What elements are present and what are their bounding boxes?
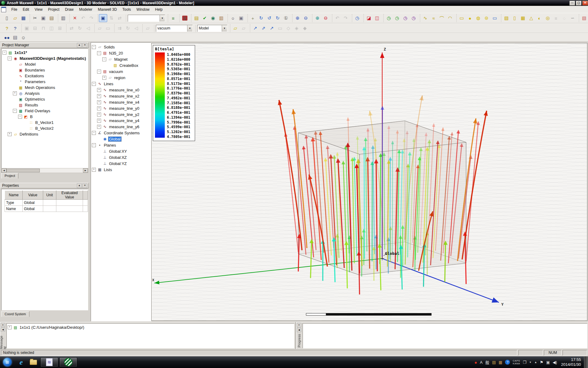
- tree-item-b[interactable]: −◩B: [2, 114, 88, 120]
- orient-iso-icon[interactable]: ◷: [353, 14, 361, 22]
- tree-item-planes[interactable]: −▪Planes: [92, 142, 151, 148]
- analyze-all-icon[interactable]: Q: [181, 14, 189, 22]
- tray-help-icon[interactable]: ?: [505, 360, 510, 365]
- collapse-icon[interactable]: ▲: [77, 43, 82, 48]
- local-machine-icon[interactable]: ▣: [99, 14, 107, 22]
- user-options-icon[interactable]: ☺: [19, 33, 28, 41]
- orient-delete-all-icon[interactable]: ◫: [373, 14, 381, 22]
- tree-item-solids[interactable]: −▱Solids: [92, 44, 151, 50]
- tray-alert-icon[interactable]: ●: [474, 360, 477, 365]
- collapse-icon[interactable]: −: [13, 109, 17, 113]
- cs-select-icon[interactable]: ◆: [301, 24, 309, 32]
- draw-nonmodel-icon[interactable]: ▧: [580, 14, 588, 22]
- taskbar-file-explorer[interactable]: [28, 358, 39, 367]
- help-topics-icon[interactable]: ?: [3, 24, 11, 32]
- undock-icon[interactable]: ◀: [1, 328, 5, 332]
- redo-icon[interactable]: ↷: [87, 14, 96, 22]
- chevron-down-icon[interactable]: ▼: [187, 25, 192, 32]
- tree-item-measure-line-y6[interactable]: +∿measure_line_y6: [92, 124, 151, 130]
- tree-item-measure-line-x2[interactable]: +∿measure_line_x2: [92, 93, 151, 99]
- taskbar-app-circuit[interactable]: ≋: [40, 357, 58, 367]
- tree-item-magnet[interactable]: −▱Magnet: [92, 56, 151, 62]
- tab-coord-system[interactable]: Coord System: [1, 311, 29, 317]
- tree-item-measure-line-x0[interactable]: +∿measure_line_x0: [92, 87, 151, 93]
- menu-view[interactable]: View: [32, 7, 45, 12]
- expand-icon[interactable]: +: [97, 119, 101, 123]
- maximize-button[interactable]: ▢: [576, 1, 582, 6]
- orient-right-icon[interactable]: ◷: [409, 14, 418, 22]
- scroll-right-icon[interactable]: ▶: [83, 168, 88, 173]
- rotate-model-icon[interactable]: ↺: [265, 14, 273, 22]
- record-macro-icon[interactable]: ◉: [209, 14, 217, 22]
- zoom-out-rect-icon[interactable]: ⊖: [302, 14, 310, 22]
- duplicate-mirror-icon[interactable]: ◁: [132, 24, 140, 32]
- expand-icon[interactable]: +: [13, 91, 17, 95]
- view-undo-icon[interactable]: ↶: [333, 14, 341, 22]
- expand-icon[interactable]: +: [8, 132, 12, 136]
- duplicate-along-line-icon[interactable]: ⇉: [115, 24, 124, 32]
- ime-mode-a[interactable]: A: [480, 360, 483, 365]
- expand-icon[interactable]: +: [97, 100, 101, 104]
- cs-axis-icon[interactable]: ◇: [284, 24, 292, 32]
- tree-item-b-vector1[interactable]: ∷B_Vector1: [2, 120, 88, 125]
- start-button[interactable]: ⊞: [3, 358, 12, 366]
- tree-item-lines[interactable]: −∿Lines: [92, 81, 151, 87]
- move-icon[interactable]: ⇄: [67, 24, 76, 32]
- message-tree-item[interactable]: + ▤ 1x1x1 (C:/Users/Haginaka/Desktop/): [8, 324, 293, 330]
- tree-item-global-yz[interactable]: ⊥Global:YZ: [92, 160, 151, 167]
- zoom-in-icon[interactable]: ⊕: [313, 14, 322, 22]
- rotate-screen-icon[interactable]: ↻: [273, 14, 282, 22]
- print-icon[interactable]: ▥: [59, 14, 67, 22]
- tree-item-region[interactable]: +▱region: [92, 75, 151, 81]
- grid-plane-icon[interactable]: ▱: [231, 24, 239, 32]
- taskbar-app-maxwell[interactable]: [59, 357, 77, 367]
- rotate-icon[interactable]: ↻: [76, 24, 84, 32]
- collapse-icon[interactable]: ▲: [77, 183, 82, 188]
- tree-item-mesh-operations[interactable]: ▦Mesh Operations: [2, 85, 88, 90]
- orient-bottom-icon[interactable]: ◷: [393, 14, 401, 22]
- solution-data-icon[interactable]: ≡: [169, 14, 177, 22]
- tree-item-measure-line-x4[interactable]: +∿measure_line_x4: [92, 99, 151, 105]
- cs-delete-icon[interactable]: ◈: [292, 24, 301, 32]
- menu-edit[interactable]: Edit: [20, 7, 32, 12]
- undo-icon[interactable]: ↶: [79, 14, 87, 22]
- tree-item-definitions[interactable]: +▱Definitions: [2, 131, 88, 137]
- scroll-left-icon[interactable]: ◀: [2, 168, 6, 173]
- tree-item-maxwell3ddesign1-magnetostatic-[interactable]: −◉Maxwell3DDesign1 (Magnetostatic): [2, 56, 88, 61]
- tree-item-global-xy[interactable]: ⊥Global:XY: [92, 148, 151, 154]
- tray-chevron-down-icon[interactable]: ▼: [529, 361, 532, 364]
- tree-item-coordinate-systems[interactable]: −∠Coordinate Systems: [92, 130, 151, 136]
- tree-item-model[interactable]: ▱Model: [2, 61, 88, 67]
- rotate-center-icon[interactable]: ↻: [257, 14, 265, 22]
- distributed-machine-icon[interactable]: ⇄: [115, 14, 124, 22]
- object-mode-select[interactable]: Model▼: [197, 25, 227, 32]
- message-manager-tab[interactable]: Message M: [0, 333, 7, 349]
- ime-caps-kana[interactable]: CAPSKANA: [513, 359, 520, 365]
- draw-spline-icon[interactable]: ≈: [429, 14, 438, 22]
- separate-bodies-icon[interactable]: ⊞: [56, 24, 64, 32]
- show-desktop-button[interactable]: [584, 356, 588, 368]
- collapse-icon[interactable]: −: [102, 57, 106, 61]
- mirror-icon[interactable]: ◁: [84, 24, 92, 32]
- tree-item-b-vector2[interactable]: ∷B_Vector2: [2, 125, 88, 131]
- minimize-button[interactable]: —: [569, 1, 575, 6]
- modeler-3d-viewport[interactable]: GlobalZXY B[tesla] 1.0465e+0001.0216e+00…: [151, 43, 587, 321]
- orient-top-icon[interactable]: ◷: [385, 14, 393, 22]
- tree-item-global-xz[interactable]: ⊥Global:XZ: [92, 154, 151, 160]
- tree-item-optimetrics[interactable]: ▣Optimetrics: [2, 96, 88, 102]
- paste-icon[interactable]: ▤: [47, 14, 56, 22]
- tray-package-icon[interactable]: ▦: [499, 360, 502, 365]
- draw-polyhedron-icon[interactable]: ▦: [519, 14, 527, 22]
- tab-project[interactable]: Project: [1, 173, 18, 178]
- tree-item-field-overlays[interactable]: −▩Field Overlays: [2, 108, 88, 114]
- tree-item-results[interactable]: ▨Results: [2, 102, 88, 108]
- collapse-icon[interactable]: −: [92, 45, 96, 49]
- property-row-type[interactable]: TypeGlobal: [5, 200, 88, 206]
- expand-icon[interactable]: +: [97, 94, 101, 98]
- close-icon[interactable]: ✕: [297, 323, 301, 327]
- chevron-down-icon[interactable]: ▼: [222, 25, 227, 32]
- view-redo-icon[interactable]: ↷: [341, 14, 350, 22]
- undock-icon[interactable]: ◀: [297, 328, 301, 332]
- remote-machine-icon[interactable]: ⇅: [107, 14, 115, 22]
- progress-tab[interactable]: Progress: [297, 334, 301, 347]
